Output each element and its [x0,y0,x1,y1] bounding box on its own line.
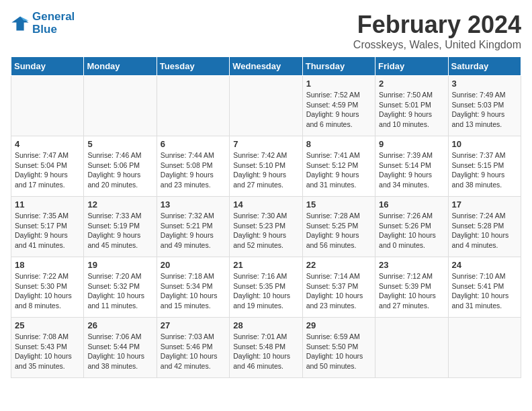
day-info: Sunrise: 7:52 AM Sunset: 4:59 PM Dayligh… [306,90,371,130]
calendar-cell: 8Sunrise: 7:41 AM Sunset: 5:12 PM Daylig… [302,136,375,197]
day-number: 29 [306,320,371,330]
calendar-cell: 17Sunrise: 7:24 AM Sunset: 5:28 PM Dayli… [448,197,521,257]
day-info: Sunrise: 7:16 AM Sunset: 5:35 PM Dayligh… [233,271,298,311]
day-number: 14 [233,199,298,210]
calendar-cell [448,318,521,378]
calendar-cell: 18Sunrise: 7:22 AM Sunset: 5:30 PM Dayli… [11,257,84,318]
logo-text-line2: Blue [32,24,75,36]
calendar-cell [230,76,302,136]
day-number: 6 [161,139,226,149]
day-info: Sunrise: 7:30 AM Sunset: 5:23 PM Dayligh… [233,211,298,250]
day-number: 4 [15,139,80,149]
calendar-cell [157,76,229,136]
calendar-cell: 15Sunrise: 7:28 AM Sunset: 5:25 PM Dayli… [302,197,375,257]
calendar-cell: 14Sunrise: 7:30 AM Sunset: 5:23 PM Dayli… [230,197,302,257]
title-area: February 2024 Crosskeys, Wales, United K… [353,11,521,51]
svg-marker-0 [11,16,28,30]
day-info: Sunrise: 7:33 AM Sunset: 5:19 PM Dayligh… [87,211,152,250]
day-info: Sunrise: 7:28 AM Sunset: 5:25 PM Dayligh… [306,211,371,250]
calendar-cell: 24Sunrise: 7:10 AM Sunset: 5:41 PM Dayli… [448,257,521,318]
weekday-header-row: SundayMondayTuesdayWednesdayThursdayFrid… [11,57,521,76]
day-info: Sunrise: 7:06 AM Sunset: 5:44 PM Dayligh… [87,332,152,371]
day-number: 12 [87,199,152,210]
calendar-cell: 12Sunrise: 7:33 AM Sunset: 5:19 PM Dayli… [84,197,157,257]
calendar-cell: 27Sunrise: 7:03 AM Sunset: 5:46 PM Dayli… [157,318,229,378]
day-number: 15 [306,199,371,210]
weekday-header: Friday [375,57,448,76]
day-number: 5 [87,139,152,149]
day-info: Sunrise: 7:22 AM Sunset: 5:30 PM Dayligh… [15,271,80,311]
calendar-cell: 28Sunrise: 7:01 AM Sunset: 5:48 PM Dayli… [230,318,302,378]
month-title: February 2024 [353,11,521,39]
calendar-week-row: 18Sunrise: 7:22 AM Sunset: 5:30 PM Dayli… [11,257,521,318]
day-number: 7 [233,139,298,149]
calendar-cell: 13Sunrise: 7:32 AM Sunset: 5:21 PM Dayli… [157,197,229,257]
calendar-cell: 21Sunrise: 7:16 AM Sunset: 5:35 PM Dayli… [230,257,302,318]
calendar-table: SundayMondayTuesdayWednesdayThursdayFrid… [11,56,521,378]
day-info: Sunrise: 7:32 AM Sunset: 5:21 PM Dayligh… [161,211,226,250]
day-number: 10 [452,139,517,149]
day-number: 19 [87,260,152,270]
day-info: Sunrise: 7:46 AM Sunset: 5:06 PM Dayligh… [87,150,152,190]
calendar-cell: 1Sunrise: 7:52 AM Sunset: 4:59 PM Daylig… [302,76,375,136]
weekday-header: Sunday [11,57,84,76]
calendar-cell: 23Sunrise: 7:12 AM Sunset: 5:39 PM Dayli… [375,257,448,318]
calendar-cell: 26Sunrise: 7:06 AM Sunset: 5:44 PM Dayli… [84,318,157,378]
logo: General Blue [11,11,75,36]
day-number: 18 [15,260,80,270]
calendar-cell: 16Sunrise: 7:26 AM Sunset: 5:26 PM Dayli… [375,197,448,257]
day-info: Sunrise: 7:42 AM Sunset: 5:10 PM Dayligh… [233,150,298,190]
day-number: 24 [452,260,517,270]
day-number: 2 [379,79,444,89]
calendar-week-row: 4Sunrise: 7:47 AM Sunset: 5:04 PM Daylig… [11,136,521,197]
day-info: Sunrise: 7:12 AM Sunset: 5:39 PM Dayligh… [379,271,444,311]
day-info: Sunrise: 7:26 AM Sunset: 5:26 PM Dayligh… [379,211,444,250]
day-info: Sunrise: 7:20 AM Sunset: 5:32 PM Dayligh… [87,271,152,311]
calendar-cell: 11Sunrise: 7:35 AM Sunset: 5:17 PM Dayli… [11,197,84,257]
day-info: Sunrise: 7:24 AM Sunset: 5:28 PM Dayligh… [452,211,517,250]
day-info: Sunrise: 7:03 AM Sunset: 5:46 PM Dayligh… [161,332,226,371]
day-info: Sunrise: 7:35 AM Sunset: 5:17 PM Dayligh… [15,211,80,250]
day-info: Sunrise: 7:18 AM Sunset: 5:34 PM Dayligh… [161,271,226,311]
weekday-header: Saturday [448,57,521,76]
day-number: 26 [87,320,152,330]
calendar-cell: 29Sunrise: 6:59 AM Sunset: 5:50 PM Dayli… [302,318,375,378]
calendar-cell: 25Sunrise: 7:08 AM Sunset: 5:43 PM Dayli… [11,318,84,378]
calendar-cell [375,318,448,378]
day-number: 1 [306,79,371,89]
day-info: Sunrise: 7:39 AM Sunset: 5:14 PM Dayligh… [379,150,444,190]
day-info: Sunrise: 7:44 AM Sunset: 5:08 PM Dayligh… [161,150,226,190]
day-number: 9 [379,139,444,149]
calendar-week-row: 25Sunrise: 7:08 AM Sunset: 5:43 PM Dayli… [11,318,521,378]
calendar-cell: 3Sunrise: 7:49 AM Sunset: 5:03 PM Daylig… [448,76,521,136]
day-number: 20 [161,260,226,270]
calendar-cell [84,76,157,136]
day-info: Sunrise: 7:50 AM Sunset: 5:01 PM Dayligh… [379,90,444,130]
calendar-cell: 6Sunrise: 7:44 AM Sunset: 5:08 PM Daylig… [157,136,229,197]
calendar-cell: 10Sunrise: 7:37 AM Sunset: 5:15 PM Dayli… [448,136,521,197]
weekday-header: Monday [84,57,157,76]
day-info: Sunrise: 7:47 AM Sunset: 5:04 PM Dayligh… [15,150,80,190]
page-header: General Blue February 2024 Crosskeys, Wa… [11,11,521,51]
day-number: 11 [15,199,80,210]
day-number: 13 [161,199,226,210]
calendar-cell: 9Sunrise: 7:39 AM Sunset: 5:14 PM Daylig… [375,136,448,197]
day-info: Sunrise: 7:41 AM Sunset: 5:12 PM Dayligh… [306,150,371,190]
calendar-cell [11,76,84,136]
weekday-header: Thursday [302,57,375,76]
weekday-header: Tuesday [157,57,229,76]
calendar-cell: 22Sunrise: 7:14 AM Sunset: 5:37 PM Dayli… [302,257,375,318]
day-info: Sunrise: 7:14 AM Sunset: 5:37 PM Dayligh… [306,271,371,311]
location-title: Crosskeys, Wales, United Kingdom [353,39,521,51]
calendar-week-row: 1Sunrise: 7:52 AM Sunset: 4:59 PM Daylig… [11,76,521,136]
day-number: 21 [233,260,298,270]
day-number: 3 [452,79,517,89]
calendar-cell: 7Sunrise: 7:42 AM Sunset: 5:10 PM Daylig… [230,136,302,197]
day-number: 28 [233,320,298,330]
calendar-cell: 2Sunrise: 7:50 AM Sunset: 5:01 PM Daylig… [375,76,448,136]
day-number: 23 [379,260,444,270]
logo-text-line1: General [32,11,75,24]
calendar-cell: 5Sunrise: 7:46 AM Sunset: 5:06 PM Daylig… [84,136,157,197]
day-number: 27 [161,320,226,330]
day-info: Sunrise: 7:37 AM Sunset: 5:15 PM Dayligh… [452,150,517,190]
